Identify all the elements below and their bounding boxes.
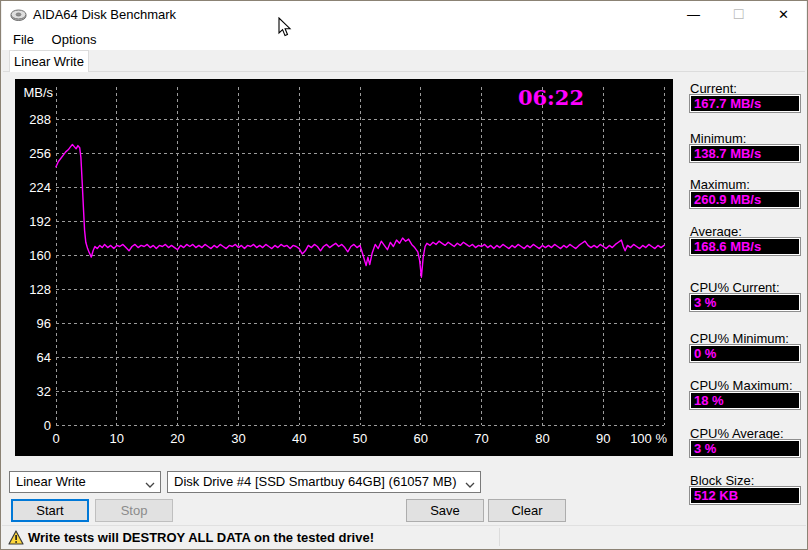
close-icon: ✕ [778, 7, 789, 22]
stat-value: 3 % [691, 441, 799, 456]
stat-value: 138.7 MB/s [691, 146, 799, 161]
chevron-down-icon [461, 474, 478, 490]
tab-strip-line [3, 71, 805, 72]
svg-text:96: 96 [37, 316, 51, 331]
title-bar: AIDA64 Disk Benchmark — ☐ ✕ [2, 1, 806, 29]
svg-text:64: 64 [37, 350, 51, 365]
stat-value-box: 3 % [689, 439, 801, 458]
svg-text:80: 80 [535, 431, 549, 446]
window-title: AIDA64 Disk Benchmark [33, 1, 176, 29]
minimize-button[interactable]: — [671, 1, 716, 29]
stat-value: 18 % [691, 393, 799, 408]
svg-text:90: 90 [596, 431, 610, 446]
svg-text:128: 128 [29, 282, 51, 297]
maximize-button[interactable]: ☐ [716, 1, 761, 29]
stat-value-box: 168.6 MB/s [689, 237, 801, 256]
svg-text:10: 10 [110, 431, 124, 446]
stat-value: 168.6 MB/s [691, 239, 799, 254]
menu-bar: File Options [2, 29, 806, 50]
svg-text:32: 32 [37, 384, 51, 399]
svg-text:0: 0 [44, 418, 51, 433]
svg-text:288: 288 [29, 112, 51, 127]
status-message: Write tests will DESTROY ALL DATA on the… [28, 526, 374, 549]
menu-file[interactable]: File [6, 29, 41, 50]
svg-text:30: 30 [231, 431, 245, 446]
stat-value-box: 512 KB [689, 486, 801, 505]
tab-linear-write[interactable]: Linear Write [9, 50, 89, 72]
drive-value: Disk Drive #4 [SSD Smartbuy 64GB] (61057… [174, 474, 457, 489]
stat-value: 512 KB [691, 488, 799, 503]
svg-text:MB/s: MB/s [23, 85, 53, 100]
test-type-value: Linear Write [16, 474, 86, 489]
elapsed-time-label: 06:22 [518, 85, 584, 110]
stat-value-box: 167.7 MB/s [689, 94, 801, 113]
start-button[interactable]: Start [11, 499, 89, 522]
stop-button[interactable]: Stop [95, 499, 173, 522]
svg-text:224: 224 [29, 180, 51, 195]
stat-value-box: 18 % [689, 391, 801, 410]
chevron-down-icon [141, 474, 158, 490]
test-type-select[interactable]: Linear Write [9, 471, 161, 493]
svg-text:256: 256 [29, 146, 51, 161]
stat-value-box: 3 % [689, 293, 801, 312]
svg-text:50: 50 [353, 431, 367, 446]
stat-value: 167.7 MB/s [691, 96, 799, 111]
stat-value-box: 0 % [689, 344, 801, 363]
status-bar-divider [499, 528, 500, 546]
svg-text:20: 20 [170, 431, 184, 446]
stat-value: 0 % [691, 346, 799, 361]
svg-text:0: 0 [52, 431, 59, 446]
svg-text:160: 160 [29, 248, 51, 263]
minimize-icon: — [687, 7, 700, 22]
save-button[interactable]: Save [406, 499, 484, 522]
svg-text:100 %: 100 % [630, 431, 667, 446]
close-button[interactable]: ✕ [761, 1, 806, 29]
drive-select[interactable]: Disk Drive #4 [SSD Smartbuy 64GB] (61057… [167, 471, 481, 493]
stat-value-box: 138.7 MB/s [689, 144, 801, 163]
stats-panel: Current:167.7 MB/sMinimum:138.7 MB/sMaxi… [689, 79, 801, 509]
mouse-cursor [278, 17, 292, 38]
svg-text:60: 60 [414, 431, 428, 446]
status-bar: Write tests will DESTROY ALL DATA on the… [2, 525, 806, 548]
maximize-icon: ☐ [733, 7, 745, 22]
menu-options[interactable]: Options [45, 29, 104, 50]
svg-text:40: 40 [292, 431, 306, 446]
app-window: AIDA64 Disk Benchmark — ☐ ✕ File Options… [0, 0, 808, 550]
svg-text:192: 192 [29, 214, 51, 229]
benchmark-chart: 2882562241921601289664320010203040506070… [15, 79, 673, 456]
clear-button[interactable]: Clear [488, 499, 566, 522]
svg-text:70: 70 [474, 431, 488, 446]
stat-value: 3 % [691, 295, 799, 310]
stat-value: 260.9 MB/s [691, 192, 799, 207]
disk-app-icon [10, 7, 27, 23]
stat-value-box: 260.9 MB/s [689, 190, 801, 209]
warning-icon [8, 530, 24, 545]
